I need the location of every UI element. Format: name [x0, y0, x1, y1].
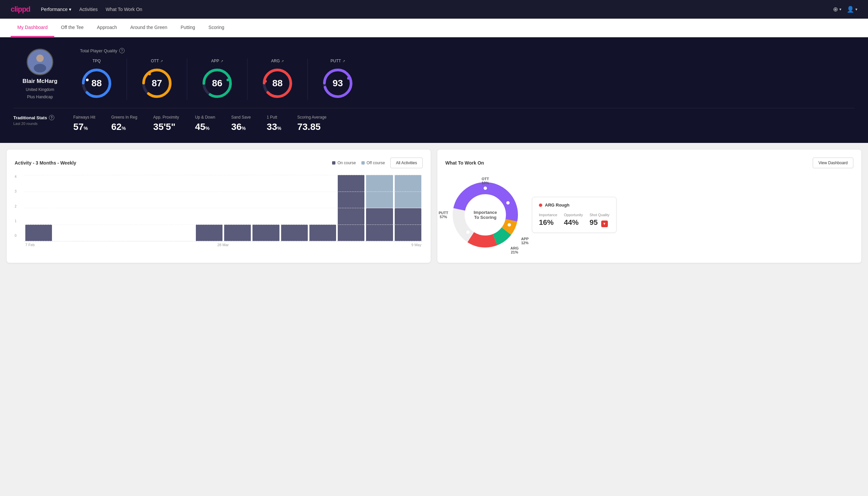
circle-arg: 88 [261, 67, 294, 100]
x-label-feb: 7 Feb [25, 243, 35, 247]
bar-on-11 [310, 224, 336, 241]
bar-col-6 [167, 175, 194, 241]
view-dashboard-button[interactable]: View Dashboard [813, 158, 853, 168]
chevron-down-icon: ▾ [69, 7, 71, 12]
activity-card-title: Activity - 3 Months - Weekly [15, 160, 76, 166]
off-course-dot [361, 161, 365, 165]
info-card: ARG Rough Importance 16% Opportunity 44%… [532, 197, 617, 233]
scores-label: Total Player Quality ? [80, 48, 855, 53]
y-label-3: 3 [15, 189, 17, 193]
score-tpq: TPQ 88 [80, 59, 127, 100]
activity-card: Activity - 3 Months - Weekly On course O… [7, 150, 431, 263]
tab-putting[interactable]: Putting [174, 19, 202, 37]
score-app: APP ↗ 86 [187, 59, 248, 100]
all-activities-button[interactable]: All Activities [390, 158, 423, 168]
score-label-putt: PUTT ↗ [330, 59, 345, 63]
score-label-arg: ARG ↗ [271, 59, 284, 63]
bottom-section: Activity - 3 Months - Weekly On course O… [0, 143, 868, 269]
score-putt: PUTT ↗ 93 [308, 59, 368, 100]
bar-col-8 [224, 175, 251, 241]
bar-col-7 [196, 175, 222, 241]
info-metric-shot-quality: Shot Quality 95 ▼ [589, 213, 610, 227]
circle-number-putt: 93 [332, 78, 343, 89]
circle-number-arg: 88 [272, 78, 282, 89]
svg-point-23 [484, 187, 487, 190]
hero-section: Blair McHarg United Kingdom Plus Handica… [0, 37, 868, 143]
plus-circle-icon: ⊕ [833, 6, 838, 13]
legend-on-course: On course [332, 160, 356, 165]
down-badge: ▼ [601, 220, 608, 227]
svg-point-26 [508, 223, 511, 227]
tab-around-the-green[interactable]: Around the Green [124, 19, 174, 37]
svg-point-24 [466, 231, 470, 234]
tab-my-dashboard[interactable]: My Dashboard [11, 19, 54, 37]
tabs-bar: My Dashboard Off the Tee Approach Around… [0, 19, 868, 37]
circle-number-ott: 87 [152, 78, 162, 89]
donut-label-app: APP 12% [521, 237, 528, 245]
arrow-up-icon: ↗ [221, 59, 223, 63]
help-icon[interactable]: ? [49, 115, 54, 120]
score-label-tpq: TPQ [93, 59, 101, 63]
bar-off-14 [395, 175, 421, 208]
activity-card-legend: On course Off course [332, 160, 385, 165]
y-label-4: 4 [15, 175, 17, 179]
on-course-dot [332, 161, 335, 165]
bar-col-4 [111, 175, 137, 241]
help-icon[interactable]: ? [119, 48, 125, 53]
bar-on-13 [366, 208, 393, 241]
stats-subtitle: Last 20 rounds [13, 122, 60, 126]
stat-app-proximity: App. Proximity 35'5" [153, 115, 179, 132]
info-dot [539, 203, 542, 207]
player-country: United Kingdom [26, 87, 54, 92]
bar-col-10 [281, 175, 308, 241]
svg-point-1 [36, 55, 44, 62]
donut-label-putt: PUTT 57% [439, 211, 448, 219]
bar-chart-bars [24, 175, 423, 241]
chevron-down-icon: ▾ [855, 7, 857, 12]
x-label-may: 9 May [411, 243, 421, 247]
nav-what-to-work-on[interactable]: What To Work On [106, 7, 142, 12]
circle-putt: 93 [321, 67, 354, 100]
add-button[interactable]: ⊕ ▾ [833, 6, 841, 13]
bar-on-1 [25, 224, 52, 241]
bar-col-2 [53, 175, 80, 241]
nav-links: Performance ▾ Activities What To Work On [41, 7, 822, 12]
what-card-header: What To Work On View Dashboard [445, 158, 853, 168]
bar-col-3 [82, 175, 109, 241]
nav-performance[interactable]: Performance ▾ [41, 7, 71, 12]
tab-approach[interactable]: Approach [90, 19, 124, 37]
score-label-app: APP ↗ [211, 59, 223, 63]
svg-point-8 [148, 73, 151, 75]
circle-ott: 87 [140, 67, 174, 100]
circle-number-app: 86 [212, 78, 222, 89]
top-nav: clippd Performance ▾ Activities What To … [0, 0, 868, 19]
player-info: Blair McHarg United Kingdom Plus Handica… [13, 49, 67, 99]
y-label-2: 2 [15, 204, 17, 208]
tab-scoring[interactable]: Scoring [202, 19, 231, 37]
player-handicap: Plus Handicap [27, 95, 53, 99]
svg-point-2 [34, 64, 46, 73]
bar-col-1 [25, 175, 52, 241]
bar-on-9 [252, 224, 279, 241]
stat-sand-save: Sand Save 36% [231, 115, 251, 132]
stat-scoring-average: Scoring Average 73.85 [297, 115, 327, 132]
nav-right: ⊕ ▾ 👤 ▾ [833, 6, 857, 13]
bar-on-10 [281, 224, 308, 241]
circle-tpq: 88 [80, 67, 113, 100]
bar-col-13 [366, 175, 393, 241]
chevron-down-icon: ▾ [839, 7, 841, 12]
donut-chart: Importance To Scoring OTT 10% APP 12% AR… [445, 175, 525, 255]
what-content: Importance To Scoring OTT 10% APP 12% AR… [445, 175, 853, 255]
bar-on-8 [224, 224, 251, 241]
x-label-mar: 28 Mar [217, 243, 228, 247]
info-card-title: ARG Rough [539, 203, 610, 207]
user-menu-button[interactable]: 👤 ▾ [847, 6, 857, 13]
nav-activities[interactable]: Activities [79, 7, 98, 12]
svg-point-14 [264, 80, 267, 83]
donut-center: Importance To Scoring [474, 210, 497, 220]
tab-off-the-tee[interactable]: Off the Tee [54, 19, 90, 37]
donut-label-ott: OTT 10% [482, 177, 489, 185]
stats-title: Traditional Stats ? [13, 115, 60, 120]
bar-on-7 [196, 224, 222, 241]
stat-fairways-hit: Fairways Hit 57% [73, 115, 95, 132]
